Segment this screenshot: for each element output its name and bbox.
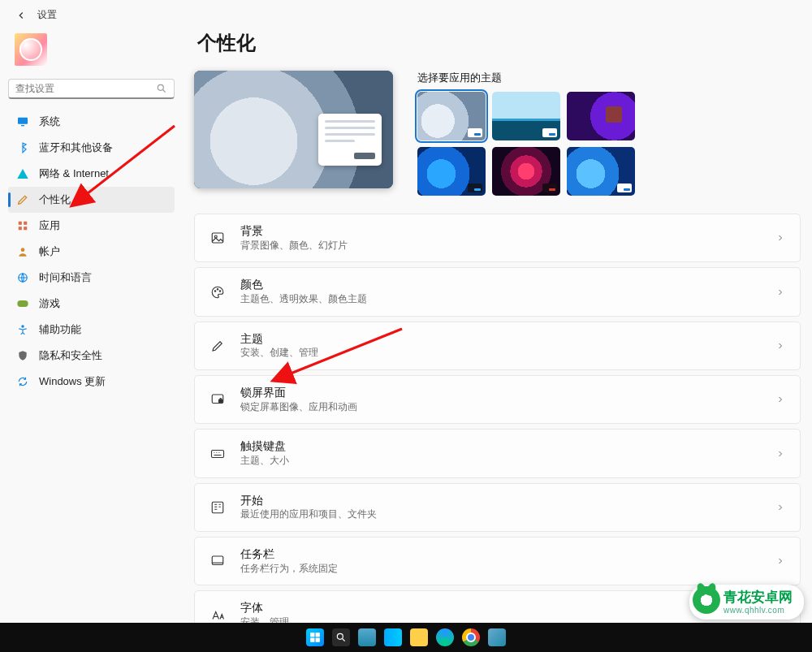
svg-rect-6 bbox=[24, 227, 27, 230]
chevron-right-icon bbox=[775, 503, 785, 512]
person-icon bbox=[16, 245, 29, 258]
svg-rect-3 bbox=[19, 222, 22, 225]
nav-item-accounts[interactable]: 帐户 bbox=[8, 239, 175, 265]
card-title: 字体 bbox=[240, 601, 761, 615]
svg-point-7 bbox=[21, 248, 25, 252]
nav-item-bluetooth[interactable]: 蓝牙和其他设备 bbox=[8, 135, 175, 161]
wifi-icon bbox=[16, 167, 29, 180]
nav-item-personalization[interactable]: 个性化 bbox=[8, 187, 175, 213]
nav-item-gaming[interactable]: 游戏 bbox=[8, 291, 175, 317]
card-title: 触摸键盘 bbox=[240, 439, 761, 454]
card-start[interactable]: 开始最近使用的应用和项目、文件夹 bbox=[194, 483, 801, 532]
theme-thumb-2[interactable] bbox=[492, 92, 560, 140]
apps-icon bbox=[16, 219, 29, 232]
brush-icon bbox=[209, 338, 226, 354]
picture-icon bbox=[209, 230, 226, 246]
card-lock-screen[interactable]: 锁屏界面锁定屏幕图像、应用和动画 bbox=[194, 375, 801, 424]
card-colors[interactable]: 颜色主题色、透明效果、颜色主题 bbox=[194, 267, 801, 316]
nav-item-update[interactable]: Windows 更新 bbox=[8, 369, 175, 395]
svg-rect-2 bbox=[21, 125, 24, 126]
desktop-preview bbox=[194, 71, 393, 188]
chevron-right-icon bbox=[775, 395, 785, 404]
taskbar-start-icon[interactable] bbox=[306, 628, 324, 646]
start-icon bbox=[209, 499, 226, 516]
taskbar-icon bbox=[209, 553, 226, 569]
taskbar-search-icon[interactable] bbox=[332, 628, 350, 646]
search-input[interactable] bbox=[15, 83, 156, 94]
nav-label: 网络 & Internet bbox=[39, 166, 109, 181]
card-desc: 主题、大小 bbox=[240, 454, 761, 468]
card-title: 主题 bbox=[240, 332, 761, 347]
nav-label: 应用 bbox=[39, 218, 60, 233]
taskbar-photos-icon[interactable] bbox=[488, 628, 506, 646]
card-title: 开始 bbox=[240, 494, 761, 508]
taskbar-taskview-icon[interactable] bbox=[358, 628, 376, 646]
fonts-icon bbox=[209, 607, 226, 624]
nav-item-network[interactable]: 网络 & Internet bbox=[8, 161, 175, 187]
lock-screen-icon bbox=[209, 391, 226, 408]
avatar-image bbox=[15, 33, 47, 66]
card-desc: 安装、创建、管理 bbox=[240, 346, 761, 360]
theme-thumb-1[interactable] bbox=[417, 92, 486, 140]
nav-item-apps[interactable]: 应用 bbox=[8, 213, 175, 239]
svg-rect-17 bbox=[219, 399, 223, 403]
nav-item-accessibility[interactable]: 辅助功能 bbox=[8, 317, 175, 343]
theme-thumb-5[interactable] bbox=[492, 147, 560, 196]
card-background[interactable]: 背景背景图像、颜色、幻灯片 bbox=[194, 214, 801, 262]
nav-label: 蓝牙和其他设备 bbox=[39, 140, 113, 155]
svg-rect-27 bbox=[316, 633, 320, 637]
theme-thumb-3[interactable] bbox=[567, 92, 635, 140]
chevron-right-icon bbox=[775, 341, 785, 351]
card-title: 锁屏界面 bbox=[240, 386, 761, 400]
themes-heading: 选择要应用的主题 bbox=[417, 71, 801, 85]
card-desc: 主题色、透明效果、颜色主题 bbox=[240, 292, 761, 306]
search-icon bbox=[156, 83, 167, 94]
card-taskbar[interactable]: 任务栏任务栏行为，系统固定 bbox=[194, 537, 801, 585]
keyboard-icon bbox=[209, 446, 226, 462]
accessibility-icon bbox=[16, 323, 29, 336]
sidebar: 系统 蓝牙和其他设备 网络 & Internet 个性化 应用 帐户 时间和语言 bbox=[0, 30, 183, 625]
bluetooth-icon bbox=[16, 141, 29, 154]
card-desc: 锁定屏幕图像、应用和动画 bbox=[240, 400, 761, 414]
taskbar-widgets-icon[interactable] bbox=[384, 628, 402, 646]
back-button[interactable] bbox=[15, 9, 28, 22]
svg-rect-26 bbox=[310, 633, 314, 637]
taskbar-chrome-icon[interactable] bbox=[462, 628, 480, 646]
page-title: 个性化 bbox=[197, 30, 801, 56]
card-desc: 任务栏行为，系统固定 bbox=[240, 562, 761, 576]
themes-grid bbox=[417, 92, 801, 196]
taskbar-edge-icon[interactable] bbox=[436, 628, 454, 646]
taskbar-explorer-icon[interactable] bbox=[410, 628, 428, 646]
card-themes[interactable]: 主题安装、创建、管理 bbox=[194, 322, 801, 370]
watermark: 青花安卓网 www.qhhlv.com bbox=[689, 585, 804, 620]
brush-icon bbox=[16, 193, 29, 206]
watermark-logo-icon bbox=[693, 586, 720, 614]
theme-thumb-6[interactable] bbox=[567, 147, 635, 196]
svg-point-13 bbox=[214, 290, 216, 291]
search-box[interactable] bbox=[8, 79, 175, 99]
card-touch-keyboard[interactable]: 触摸键盘主题、大小 bbox=[194, 429, 801, 477]
theme-thumb-4[interactable] bbox=[417, 147, 486, 196]
nav-label: 个性化 bbox=[39, 192, 71, 207]
svg-rect-9 bbox=[17, 300, 28, 307]
nav-item-privacy[interactable]: 隐私和安全性 bbox=[8, 343, 175, 369]
chevron-right-icon bbox=[775, 556, 785, 566]
nav-item-time-language[interactable]: 时间和语言 bbox=[8, 265, 175, 291]
card-desc: 背景图像、颜色、幻灯片 bbox=[240, 239, 761, 253]
svg-point-10 bbox=[21, 325, 24, 328]
card-title: 任务栏 bbox=[240, 547, 761, 562]
user-avatar-block[interactable] bbox=[8, 30, 175, 79]
card-title: 颜色 bbox=[240, 278, 761, 292]
svg-rect-1 bbox=[18, 118, 28, 124]
app-title: 设置 bbox=[37, 8, 57, 22]
shield-icon bbox=[16, 349, 29, 362]
nav-label: 帐户 bbox=[39, 244, 60, 259]
nav-label: 系统 bbox=[39, 114, 60, 129]
nav-item-system[interactable]: 系统 bbox=[8, 109, 175, 135]
svg-point-0 bbox=[158, 84, 163, 90]
svg-rect-5 bbox=[19, 227, 22, 230]
nav-label: 隐私和安全性 bbox=[39, 348, 102, 363]
taskbar bbox=[0, 623, 812, 652]
card-desc: 最近使用的应用和项目、文件夹 bbox=[240, 507, 761, 521]
svg-point-30 bbox=[337, 633, 343, 639]
